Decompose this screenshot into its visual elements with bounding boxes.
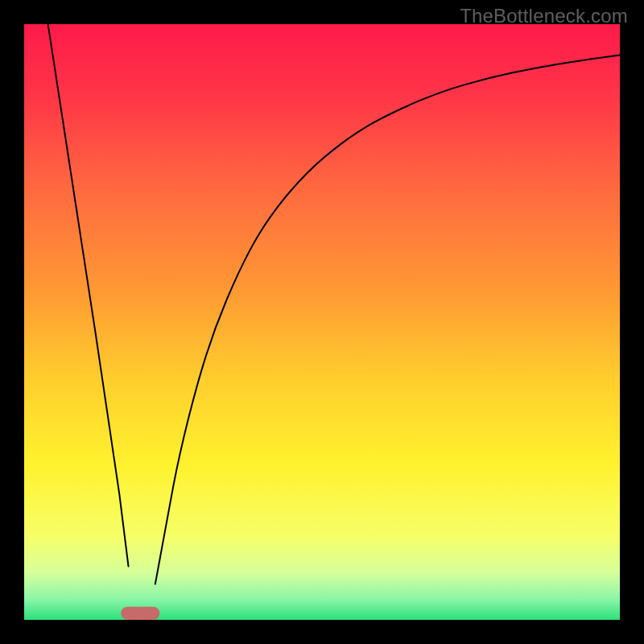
minimum-marker-pill (121, 607, 159, 620)
plot-svg (24, 24, 620, 620)
minimum-marker (121, 607, 159, 620)
watermark-text: TheBottleneck.com (460, 5, 628, 27)
plot-area (24, 24, 620, 620)
chart-frame: TheBottleneck.com (0, 0, 644, 644)
gradient-background (24, 24, 620, 620)
